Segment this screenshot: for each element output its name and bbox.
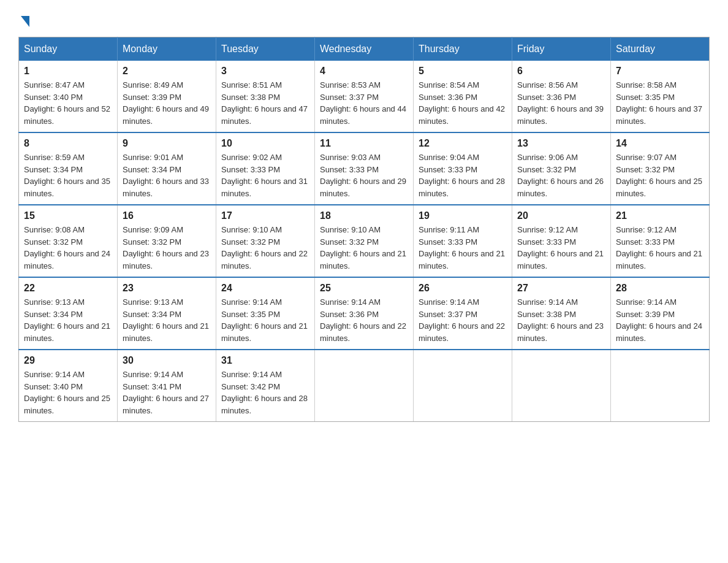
day-number: 24 xyxy=(221,283,309,294)
day-info: Sunrise: 9:03 AM Sunset: 3:33 PM Dayligh… xyxy=(320,151,408,199)
logo xyxy=(18,12,29,25)
day-info: Sunrise: 9:10 AM Sunset: 3:32 PM Dayligh… xyxy=(221,224,309,272)
calendar-day-cell: 22 Sunrise: 9:13 AM Sunset: 3:34 PM Dayl… xyxy=(19,277,118,350)
day-number: 3 xyxy=(221,66,309,77)
calendar-day-cell: 17 Sunrise: 9:10 AM Sunset: 3:32 PM Dayl… xyxy=(216,205,315,277)
calendar-day-cell: 21 Sunrise: 9:12 AM Sunset: 3:33 PM Dayl… xyxy=(611,205,710,277)
calendar-day-cell: 29 Sunrise: 9:14 AM Sunset: 3:40 PM Dayl… xyxy=(19,350,118,422)
day-number: 28 xyxy=(616,283,704,294)
calendar-day-cell: 25 Sunrise: 9:14 AM Sunset: 3:36 PM Dayl… xyxy=(315,277,414,350)
day-info: Sunrise: 9:07 AM Sunset: 3:32 PM Dayligh… xyxy=(616,151,704,199)
day-info: Sunrise: 8:53 AM Sunset: 3:37 PM Dayligh… xyxy=(320,79,408,127)
calendar-day-cell: 4 Sunrise: 8:53 AM Sunset: 3:37 PM Dayli… xyxy=(315,61,414,132)
day-info: Sunrise: 9:13 AM Sunset: 3:34 PM Dayligh… xyxy=(123,296,211,344)
day-number: 20 xyxy=(517,210,605,221)
calendar-day-cell: 15 Sunrise: 9:08 AM Sunset: 3:32 PM Dayl… xyxy=(19,205,118,277)
day-info: Sunrise: 9:11 AM Sunset: 3:33 PM Dayligh… xyxy=(419,224,507,272)
calendar-week-row: 15 Sunrise: 9:08 AM Sunset: 3:32 PM Dayl… xyxy=(19,205,710,277)
day-info: Sunrise: 9:06 AM Sunset: 3:32 PM Dayligh… xyxy=(517,151,605,199)
day-info: Sunrise: 8:58 AM Sunset: 3:35 PM Dayligh… xyxy=(616,79,704,127)
calendar-day-cell: 13 Sunrise: 9:06 AM Sunset: 3:32 PM Dayl… xyxy=(512,132,611,205)
day-info: Sunrise: 8:56 AM Sunset: 3:36 PM Dayligh… xyxy=(517,79,605,127)
day-number: 16 xyxy=(123,210,211,221)
calendar-header-tuesday: Tuesday xyxy=(216,37,315,61)
day-number: 12 xyxy=(419,138,507,149)
day-number: 13 xyxy=(517,138,605,149)
day-info: Sunrise: 9:09 AM Sunset: 3:32 PM Dayligh… xyxy=(123,224,211,272)
day-number: 23 xyxy=(123,283,211,294)
calendar-day-cell: 20 Sunrise: 9:12 AM Sunset: 3:33 PM Dayl… xyxy=(512,205,611,277)
day-number: 17 xyxy=(221,210,309,221)
day-number: 19 xyxy=(419,210,507,221)
calendar-day-cell: 23 Sunrise: 9:13 AM Sunset: 3:34 PM Dayl… xyxy=(118,277,216,350)
day-info: Sunrise: 9:14 AM Sunset: 3:37 PM Dayligh… xyxy=(419,296,507,344)
calendar-week-row: 22 Sunrise: 9:13 AM Sunset: 3:34 PM Dayl… xyxy=(19,277,710,350)
calendar-header-friday: Friday xyxy=(512,37,611,61)
calendar-day-cell: 14 Sunrise: 9:07 AM Sunset: 3:32 PM Dayl… xyxy=(611,132,710,205)
day-number: 11 xyxy=(320,138,408,149)
day-info: Sunrise: 9:14 AM Sunset: 3:40 PM Dayligh… xyxy=(24,369,112,416)
calendar-table: SundayMondayTuesdayWednesdayThursdayFrid… xyxy=(18,37,710,422)
day-info: Sunrise: 9:14 AM Sunset: 3:41 PM Dayligh… xyxy=(123,369,211,416)
calendar-day-cell: 6 Sunrise: 8:56 AM Sunset: 3:36 PM Dayli… xyxy=(512,61,611,132)
calendar-day-cell: 10 Sunrise: 9:02 AM Sunset: 3:33 PM Dayl… xyxy=(216,132,315,205)
day-info: Sunrise: 9:13 AM Sunset: 3:34 PM Dayligh… xyxy=(24,296,112,344)
day-number: 1 xyxy=(24,66,112,77)
day-number: 29 xyxy=(24,355,112,366)
logo-arrow-icon xyxy=(21,16,29,27)
calendar-day-cell xyxy=(315,350,414,422)
day-info: Sunrise: 9:14 AM Sunset: 3:35 PM Dayligh… xyxy=(221,296,309,344)
calendar-header-row: SundayMondayTuesdayWednesdayThursdayFrid… xyxy=(19,37,710,61)
page-header xyxy=(18,12,710,25)
calendar-day-cell: 11 Sunrise: 9:03 AM Sunset: 3:33 PM Dayl… xyxy=(315,132,414,205)
day-info: Sunrise: 8:51 AM Sunset: 3:38 PM Dayligh… xyxy=(221,79,309,127)
day-number: 14 xyxy=(616,138,704,149)
day-number: 5 xyxy=(419,66,507,77)
day-info: Sunrise: 9:10 AM Sunset: 3:32 PM Dayligh… xyxy=(320,224,408,272)
calendar-day-cell: 30 Sunrise: 9:14 AM Sunset: 3:41 PM Dayl… xyxy=(118,350,216,422)
day-number: 2 xyxy=(123,66,211,77)
day-info: Sunrise: 8:49 AM Sunset: 3:39 PM Dayligh… xyxy=(123,79,211,127)
day-number: 31 xyxy=(221,355,309,366)
day-number: 25 xyxy=(320,283,408,294)
calendar-day-cell xyxy=(414,350,512,422)
day-number: 8 xyxy=(24,138,112,149)
calendar-day-cell: 9 Sunrise: 9:01 AM Sunset: 3:34 PM Dayli… xyxy=(118,132,216,205)
calendar-day-cell: 26 Sunrise: 9:14 AM Sunset: 3:37 PM Dayl… xyxy=(414,277,512,350)
day-info: Sunrise: 9:14 AM Sunset: 3:38 PM Dayligh… xyxy=(517,296,605,344)
day-info: Sunrise: 9:12 AM Sunset: 3:33 PM Dayligh… xyxy=(517,224,605,272)
calendar-week-row: 29 Sunrise: 9:14 AM Sunset: 3:40 PM Dayl… xyxy=(19,350,710,422)
calendar-day-cell: 31 Sunrise: 9:14 AM Sunset: 3:42 PM Dayl… xyxy=(216,350,315,422)
calendar-header-thursday: Thursday xyxy=(414,37,512,61)
day-number: 10 xyxy=(221,138,309,149)
day-number: 18 xyxy=(320,210,408,221)
day-info: Sunrise: 8:54 AM Sunset: 3:36 PM Dayligh… xyxy=(419,79,507,127)
day-info: Sunrise: 8:47 AM Sunset: 3:40 PM Dayligh… xyxy=(24,79,112,127)
calendar-day-cell xyxy=(611,350,710,422)
day-number: 4 xyxy=(320,66,408,77)
day-number: 7 xyxy=(616,66,704,77)
calendar-header-saturday: Saturday xyxy=(611,37,710,61)
day-number: 30 xyxy=(123,355,211,366)
calendar-header-wednesday: Wednesday xyxy=(315,37,414,61)
day-info: Sunrise: 9:12 AM Sunset: 3:33 PM Dayligh… xyxy=(616,224,704,272)
day-number: 22 xyxy=(24,283,112,294)
day-info: Sunrise: 9:02 AM Sunset: 3:33 PM Dayligh… xyxy=(221,151,309,199)
calendar-day-cell xyxy=(512,350,611,422)
day-info: Sunrise: 9:04 AM Sunset: 3:33 PM Dayligh… xyxy=(419,151,507,199)
day-number: 21 xyxy=(616,210,704,221)
day-number: 9 xyxy=(123,138,211,149)
day-info: Sunrise: 9:01 AM Sunset: 3:34 PM Dayligh… xyxy=(123,151,211,199)
calendar-day-cell: 12 Sunrise: 9:04 AM Sunset: 3:33 PM Dayl… xyxy=(414,132,512,205)
calendar-day-cell: 16 Sunrise: 9:09 AM Sunset: 3:32 PM Dayl… xyxy=(118,205,216,277)
calendar-week-row: 1 Sunrise: 8:47 AM Sunset: 3:40 PM Dayli… xyxy=(19,61,710,132)
day-info: Sunrise: 9:14 AM Sunset: 3:36 PM Dayligh… xyxy=(320,296,408,344)
calendar-day-cell: 18 Sunrise: 9:10 AM Sunset: 3:32 PM Dayl… xyxy=(315,205,414,277)
calendar-day-cell: 2 Sunrise: 8:49 AM Sunset: 3:39 PM Dayli… xyxy=(118,61,216,132)
calendar-header-sunday: Sunday xyxy=(19,37,118,61)
calendar-day-cell: 19 Sunrise: 9:11 AM Sunset: 3:33 PM Dayl… xyxy=(414,205,512,277)
day-info: Sunrise: 8:59 AM Sunset: 3:34 PM Dayligh… xyxy=(24,151,112,199)
day-info: Sunrise: 9:14 AM Sunset: 3:42 PM Dayligh… xyxy=(221,369,309,416)
calendar-week-row: 8 Sunrise: 8:59 AM Sunset: 3:34 PM Dayli… xyxy=(19,132,710,205)
calendar-day-cell: 5 Sunrise: 8:54 AM Sunset: 3:36 PM Dayli… xyxy=(414,61,512,132)
